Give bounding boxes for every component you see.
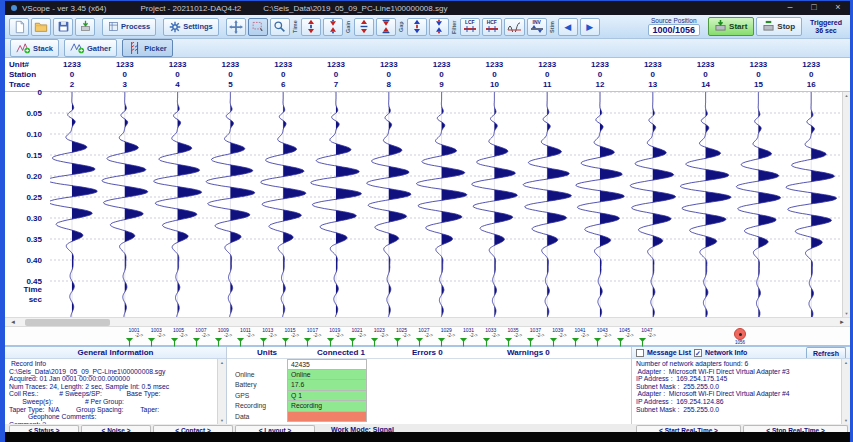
hcf-button[interactable]: HCF (482, 18, 502, 36)
lcf-button[interactable]: LCF (460, 18, 480, 36)
general-info-line: Acquired: 01 Jan 0001 00:00:00.000000 (9, 375, 215, 383)
zoom-button[interactable] (270, 18, 290, 36)
inv-filter-icon (530, 25, 544, 33)
process-button[interactable]: Process (102, 18, 156, 36)
scroll-down-icon[interactable]: ▼ (218, 418, 226, 423)
next-button[interactable]: ▶ (580, 18, 600, 36)
scroll-down-icon[interactable]: ▼ (842, 418, 850, 423)
geophone-offset-label: -2-> (536, 333, 544, 339)
save-button[interactable] (53, 18, 73, 36)
time-compress-button[interactable] (323, 18, 343, 36)
gap-decrease-icon (433, 19, 445, 34)
open-folder-button[interactable] (31, 18, 51, 36)
trace-unit-value: 1233 (525, 60, 569, 70)
tab-status[interactable]: < Status > (9, 425, 79, 432)
trace-number-value: 9 (420, 80, 464, 90)
source-marker[interactable]: 1056 (729, 328, 751, 345)
trace-header-column: 1233013 (631, 60, 675, 90)
trace-header-column: 123306 (261, 60, 305, 90)
title-bar: VScope - ver 3.45 (x64) Project - 202110… (5, 1, 850, 15)
general-info-scrollbar[interactable]: ▲ ▼ (217, 359, 226, 424)
trace-unit-value: 1233 (631, 60, 675, 70)
time-tick-label: 0.10 (8, 130, 42, 139)
scroll-left-icon[interactable]: ◄ (7, 318, 19, 326)
geophone-offset-label: -2-> (492, 333, 500, 339)
close-button[interactable]: × (826, 1, 850, 15)
tab-noise[interactable]: < Noise > (81, 425, 151, 432)
window-controls: – □ × (778, 1, 850, 15)
trace-unit-value: 1233 (578, 60, 622, 70)
general-info-line: Geophone Comments: (9, 413, 215, 421)
scroll-down-icon[interactable]: ▼ (843, 311, 850, 316)
geophone-offset-label: -2-> (135, 333, 143, 339)
new-file-button[interactable] (9, 18, 29, 36)
time-expand-button[interactable] (301, 18, 321, 36)
time-group-label: Time (292, 18, 299, 36)
scrollbar-thumb[interactable] (25, 319, 110, 326)
tab-stop-real-time[interactable]: < Stop Real-Time > (743, 425, 848, 432)
seismic-trace-fill (706, 92, 731, 317)
triggered-line1: Triggered (810, 19, 842, 27)
scroll-right-icon[interactable]: ► (836, 318, 848, 326)
seismic-trace-fill (600, 92, 624, 317)
gap-decrease-button[interactable] (429, 18, 449, 36)
trace-station-value: 0 (367, 70, 411, 80)
refresh-button[interactable]: Refresh (806, 347, 846, 358)
general-info-line: Sweep(s): # Per Group: (9, 398, 215, 406)
network-info-checkbox[interactable]: ✓ (694, 349, 702, 357)
scroll-up-icon[interactable]: ▲ (843, 93, 850, 98)
trace-unit-value: 1233 (314, 60, 358, 70)
gap-increase-button[interactable] (407, 18, 427, 36)
general-information-body: Record InfoC:\Seis_Data\2019_05_09_PC-Li… (5, 359, 217, 424)
export-button[interactable] (75, 18, 95, 36)
trace-station-value: 0 (525, 70, 569, 80)
new-file-icon (13, 20, 26, 34)
minimize-button[interactable]: – (778, 1, 802, 15)
gather-button[interactable]: Gather (64, 39, 117, 57)
scroll-up-icon[interactable]: ▲ (218, 360, 226, 365)
trace-header-row-labels: Unit# Station Trace (9, 60, 36, 90)
general-info-line: Comment: ? (9, 421, 215, 424)
network-info-scrollbar[interactable]: ▲ ▼ (841, 359, 850, 424)
plot-horizontal-scrollbar[interactable]: ◄ ► (5, 317, 850, 327)
unit-status-label: GPS (229, 391, 287, 402)
pan-button[interactable] (226, 18, 246, 36)
message-list-checkbox[interactable] (636, 349, 644, 357)
trace-header-column: 123307 (314, 60, 358, 90)
process-icon (108, 21, 119, 32)
errors-count: Errors 0 (412, 347, 507, 358)
gain-up-icon (358, 19, 370, 34)
select-marquee-icon (251, 20, 265, 33)
message-list-label: Message List (647, 349, 691, 356)
seismic-trace-fill (442, 92, 467, 317)
tab-layout[interactable]: < Layout > (235, 425, 315, 432)
unit-status-value: 42435 (287, 359, 367, 370)
trace-plot-svg[interactable] (50, 92, 842, 317)
plot-vertical-scrollbar[interactable]: ▲ ▼ (842, 92, 850, 317)
gain-up-button[interactable] (354, 18, 374, 36)
tab-contact[interactable]: < Contact > (153, 425, 233, 432)
unit-status-value (287, 412, 367, 423)
inv-button[interactable]: INV (527, 18, 547, 36)
general-information-title: General Information (5, 347, 226, 359)
bandpass-button[interactable] (504, 18, 525, 36)
picker-button[interactable]: Picker (122, 39, 173, 57)
network-info-line: Subnet Mask : 255.255.0.0 (636, 383, 839, 391)
seismic-plot-area[interactable]: Time sec 00.050.100.150.200.250.300.350.… (5, 92, 850, 317)
bottom-tab-strip: < Status > < Noise > < Contact > < Layou… (5, 424, 850, 432)
open-folder-icon (34, 20, 48, 33)
stop-button[interactable]: Stop (756, 17, 802, 36)
select-button[interactable] (248, 18, 268, 36)
trace-number-value: 7 (314, 80, 358, 90)
source-marker-label: 1056 (729, 340, 751, 345)
maximize-button[interactable]: □ (802, 1, 826, 15)
tab-start-real-time[interactable]: < Start Real-Time > (636, 425, 741, 432)
settings-button[interactable]: Settings (163, 18, 219, 36)
trace-number-value: 11 (525, 80, 569, 90)
gain-down-button[interactable] (376, 18, 396, 36)
prev-button[interactable]: ◀ (558, 18, 578, 36)
stack-button[interactable]: Stack (10, 39, 59, 57)
scroll-up-icon[interactable]: ▲ (842, 360, 850, 365)
start-button[interactable]: Start (708, 17, 754, 36)
source-marker-icon (734, 328, 746, 340)
